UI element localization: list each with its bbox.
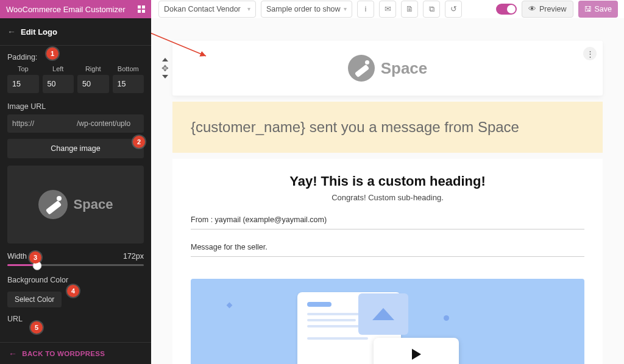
sidebar-body: 1 2 3 4 5 Padding: Top Left Right [0, 46, 151, 342]
reset-button[interactable]: ↺ [445, 1, 462, 18]
play-icon [412, 349, 421, 360]
eye-icon: 👁 [528, 4, 536, 13]
logo-brand-text: Space [74, 197, 113, 212]
order-select-value: Sample order to show [266, 5, 341, 13]
annotation-badge-5: 5 [30, 321, 43, 334]
save-button[interactable]: 🖫 Save [578, 1, 619, 18]
annotation-badge-3: 3 [29, 251, 41, 264]
arrow-left-icon: ← [9, 349, 17, 359]
save-icon: 🖫 [584, 5, 592, 13]
copy-button[interactable]: ⧉ [423, 1, 440, 18]
message-line: Message for the seller. [191, 237, 584, 257]
pad-right-input[interactable] [77, 75, 109, 93]
change-image-button[interactable]: Change image [7, 139, 144, 158]
save-label: Save [595, 5, 612, 13]
padding-label: Padding: [7, 53, 144, 61]
sidebar-header: ← Edit Logo [0, 18, 151, 46]
back-icon[interactable]: ← [7, 27, 16, 37]
bgcolor-label: Background Color [7, 276, 144, 284]
refresh-icon: ↺ [450, 4, 457, 13]
dashboard-icon[interactable] [138, 5, 145, 13]
from-line: From : yaymail (example@yaymail.com) [191, 209, 584, 229]
email-wrapper: ✥ Space ⋮ {customer_name} sent you a mes… [172, 41, 603, 364]
image-url-input[interactable] [7, 114, 144, 133]
illus-card-video [374, 338, 459, 364]
email-logo-text: Space [381, 59, 428, 78]
width-value: 172px [123, 252, 144, 261]
copy-icon: ⧉ [429, 4, 434, 14]
padding-row: Top Left Right Bottom [7, 65, 144, 93]
illus-card-image [358, 293, 408, 335]
annotation-badge-4: 4 [67, 285, 79, 297]
chevron-down-icon: ▾ [344, 5, 347, 12]
sidebar: ← Edit Logo 1 2 3 4 5 Padding: Top Left … [0, 18, 151, 364]
enable-toggle[interactable] [496, 4, 517, 15]
pad-left-input[interactable] [43, 75, 74, 93]
preview-label: Preview [539, 5, 566, 13]
info-button[interactable]: i [357, 1, 374, 18]
export-button[interactable]: 🗎 [401, 1, 418, 18]
rocket-icon [348, 55, 375, 82]
back-to-wp-label: BACK TO WORDPRESS [22, 350, 105, 357]
pad-bottom-label: Bottom [113, 65, 144, 72]
width-slider[interactable] [7, 264, 144, 266]
image-url-label: Image URL [7, 102, 144, 111]
panel-title: Edit Logo [21, 27, 57, 37]
topbar: WooCommerce Email Customizer Dokan Conta… [0, 0, 624, 18]
move-up-icon[interactable] [162, 58, 168, 61]
email-banner[interactable]: {customer_name} sent you a message from … [172, 102, 603, 153]
email-logo-block[interactable]: ✥ Space ⋮ [172, 41, 603, 96]
info-icon: i [365, 4, 367, 13]
pad-top-label: Top [7, 65, 39, 72]
kebab-icon: ⋮ [586, 49, 594, 58]
width-label: Width [7, 252, 27, 261]
preview-button[interactable]: 👁 Preview [522, 1, 573, 18]
annotation-badge-2: 2 [133, 136, 145, 148]
pad-right-label: Right [77, 65, 109, 72]
rocket-icon [38, 190, 68, 219]
image-preview[interactable]: Space [7, 166, 144, 243]
pad-left-label: Left [43, 65, 74, 72]
illustration-block [191, 279, 584, 364]
send-test-button[interactable]: ✉ [379, 1, 396, 18]
url-label: URL [7, 315, 144, 323]
order-select[interactable]: Sample order to show ▾ [261, 1, 352, 18]
move-handle-icon[interactable]: ✥ [161, 64, 169, 72]
sidebar-footer[interactable]: ← BACK TO WORDPRESS [0, 342, 151, 364]
annotation-badge-1: 1 [46, 47, 58, 60]
decor-shape [227, 303, 233, 309]
pad-bottom-input[interactable] [113, 75, 144, 93]
main-split: ← Edit Logo 1 2 3 4 5 Padding: Top Left … [0, 18, 624, 364]
pad-top-input[interactable] [7, 75, 39, 93]
select-color-button[interactable]: Select Color [7, 292, 62, 307]
email-subheading: Congrats! Custom sub-heading. [191, 193, 584, 202]
email-heading: Yay! This is a custom heading! [191, 173, 584, 189]
template-select[interactable]: Dokan Contact Vendor ▾ [158, 1, 256, 18]
decor-shape [444, 315, 449, 321]
preview-canvas: ✥ Space ⋮ {customer_name} sent you a mes… [151, 18, 624, 364]
chevron-down-icon: ▾ [247, 5, 250, 12]
mail-icon: ✉ [385, 4, 391, 13]
template-select-value: Dokan Contact Vendor [164, 5, 241, 13]
email-body-block[interactable]: Yay! This is a custom heading! Congrats!… [172, 159, 603, 364]
move-down-icon[interactable] [162, 75, 168, 79]
block-menu-button[interactable]: ⋮ [583, 47, 597, 60]
block-drag-controls[interactable]: ✥ [161, 58, 169, 79]
document-icon: 🗎 [406, 4, 414, 13]
app-title: WooCommerce Email Customizer [6, 5, 126, 14]
topbar-brand-area: WooCommerce Email Customizer [0, 0, 151, 18]
width-row: Width 172px [7, 252, 144, 261]
